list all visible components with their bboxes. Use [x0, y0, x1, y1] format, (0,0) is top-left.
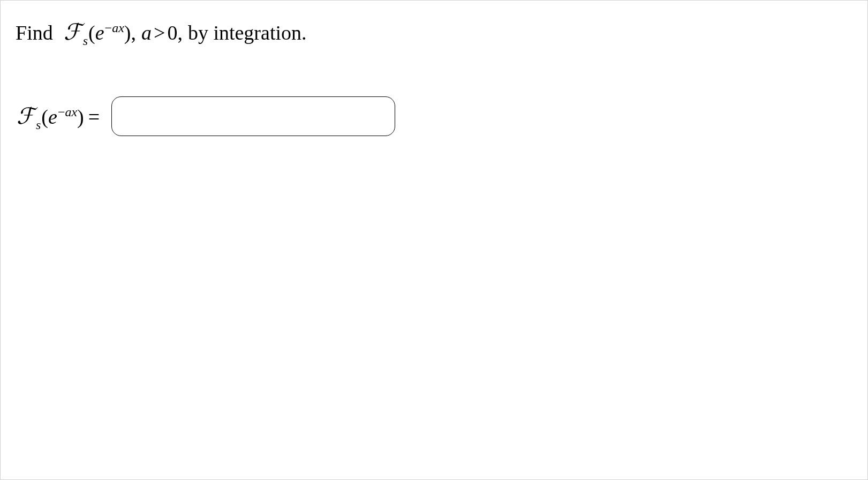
subscript-s: s — [83, 32, 88, 50]
exp-a: a — [112, 19, 118, 38]
answer-rparen: ) — [77, 105, 84, 129]
answer-lparen: ( — [41, 105, 48, 129]
cond-rel: > — [152, 19, 167, 47]
answer-subscript-s: s — [36, 118, 41, 132]
answer-exp-a: a — [65, 105, 71, 119]
exp-x: x — [118, 19, 124, 38]
cond-val: 0 — [167, 19, 177, 47]
answer-exp-minus: − — [58, 105, 65, 119]
answer-input[interactable] — [111, 96, 395, 136]
problem-container: Find ℱ s ( e −ax ) , a > 0 , by integrat… — [0, 0, 868, 480]
exp-minus: − — [105, 19, 112, 38]
problem-leading-text: Find — [16, 19, 53, 47]
equals-sign: = — [84, 105, 104, 129]
exp-base: e — [95, 19, 104, 47]
comma1: , — [131, 19, 136, 47]
answer-fourier-operator: ℱ — [17, 103, 34, 129]
answer-row: ℱ s ( e −ax ) = — [17, 96, 852, 136]
cond-var: a — [141, 19, 152, 47]
answer-exp-x: x — [71, 105, 77, 119]
lparen: ( — [88, 19, 95, 47]
problem-trailing-text: by integration. — [188, 19, 307, 47]
fourier-operator: ℱ — [64, 17, 81, 48]
answer-exp-base: e — [48, 105, 57, 129]
comma2: , — [177, 19, 183, 47]
rparen: ) — [124, 19, 131, 47]
problem-statement: Find ℱ s ( e −ax ) , a > 0 , by integrat… — [16, 17, 852, 48]
